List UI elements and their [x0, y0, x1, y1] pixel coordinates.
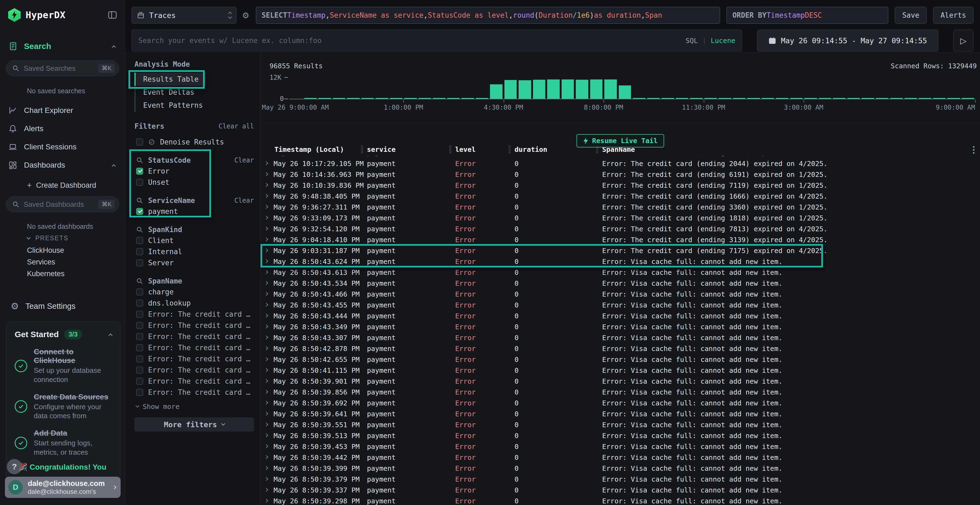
row-expand-icon[interactable]: [264, 455, 268, 459]
row-expand-icon[interactable]: [264, 499, 268, 503]
clear-statuscode-button[interactable]: Clear: [234, 156, 254, 164]
user-menu[interactable]: D dale@clickhouse.com dale@clickhouse.co…: [5, 477, 121, 498]
help-button[interactable]: ?: [7, 459, 22, 474]
table-row[interactable]: May 26 8:50:43.455 PM payment Error 0 Er…: [261, 300, 980, 310]
checkbox-unchecked[interactable]: [136, 389, 143, 396]
row-expand-icon[interactable]: [264, 281, 268, 285]
saved-dashboards-input[interactable]: Saved Dashboards ⌘K: [6, 197, 119, 212]
filter-option[interactable]: Error: The credit card …: [134, 331, 254, 342]
histogram-bar[interactable]: [576, 80, 588, 99]
filter-option[interactable]: Error: [134, 165, 254, 176]
filter-option[interactable]: Error: The credit card …: [134, 320, 254, 331]
table-row[interactable]: May 26 8:50:41.115 PM payment Error 0 Er…: [261, 365, 980, 376]
checkbox-unchecked[interactable]: [136, 322, 143, 329]
checkbox-unchecked[interactable]: [136, 300, 143, 306]
sidebar-item-alerts[interactable]: Alerts: [0, 122, 125, 136]
table-row[interactable]: May 26 9:48:38.405 PM payment Error 0 Er…: [261, 191, 980, 202]
table-row[interactable]: May 26 8:50:39.442 PM payment Error 0 Er…: [261, 452, 980, 463]
filter-option[interactable]: Error: The credit card …: [134, 364, 254, 375]
table-row[interactable]: May 26 8:50:43.466 PM payment Error 0 Er…: [261, 289, 980, 300]
row-expand-icon[interactable]: [264, 183, 268, 187]
table-row[interactable]: May 26 8:50:39.641 PM payment Error 0 Er…: [261, 408, 980, 419]
column-header-level[interactable]: level: [455, 146, 476, 154]
table-row[interactable]: May 26 9:03:31.187 PM payment Error 0 Er…: [261, 245, 980, 256]
get-started-header[interactable]: Get Started 3/3: [15, 329, 112, 339]
source-settings-gear-icon[interactable]: ⚙: [242, 11, 249, 20]
column-header-service[interactable]: service: [367, 146, 396, 154]
column-header-duration[interactable]: duration: [514, 146, 547, 154]
checkbox-unchecked[interactable]: [136, 344, 143, 351]
row-expand-icon[interactable]: [264, 368, 268, 372]
column-resize-handle[interactable]: [509, 146, 511, 153]
clear-servicename-button[interactable]: Clear: [234, 197, 254, 204]
table-row[interactable]: May 26 10:14:36.963 PM payment Error 0 E…: [261, 169, 980, 180]
histogram-bar[interactable]: [519, 80, 531, 99]
row-expand-icon[interactable]: [264, 346, 268, 350]
checkbox-unchecked[interactable]: [136, 288, 143, 295]
table-row[interactable]: May 26 8:50:42.878 PM payment Error 0 Er…: [261, 343, 980, 354]
row-expand-icon[interactable]: [264, 422, 268, 426]
filter-option[interactable]: Error: The credit card …: [134, 353, 254, 364]
resume-live-tail-button[interactable]: Resume Live Tail: [576, 134, 664, 148]
table-row[interactable]: May 26 9:33:09.173 PM payment Error 0 Er…: [261, 213, 980, 223]
column-header-timestamp[interactable]: Timestamp (Local): [274, 146, 344, 154]
table-row[interactable]: May 26 8:50:43.307 PM payment Error 0 Er…: [261, 332, 980, 343]
table-row[interactable]: May 26 10:17:29.105 PM payment Error 0 E…: [261, 158, 980, 169]
table-row[interactable]: May 26 9:04:18.410 PM payment Error 0 Er…: [261, 234, 980, 245]
row-expand-icon[interactable]: [264, 303, 268, 306]
checkbox-unchecked[interactable]: [136, 237, 143, 244]
checkbox-unchecked[interactable]: [136, 311, 143, 318]
presets-section-toggle[interactable]: PRESETS: [27, 235, 68, 242]
table-row[interactable]: May 26 10:17:29.105 PM payment Error 0 E…: [261, 156, 980, 158]
row-expand-icon[interactable]: [264, 172, 268, 176]
alerts-button[interactable]: Alerts: [933, 7, 974, 24]
source-select[interactable]: Traces: [132, 7, 237, 24]
create-dashboard-button[interactable]: + Create Dashboard: [27, 179, 96, 192]
column-resize-handle[interactable]: [449, 146, 451, 153]
mode-results-table[interactable]: Results Table: [134, 73, 206, 86]
mode-event-patterns[interactable]: Event Patterns: [134, 99, 210, 112]
row-expand-icon[interactable]: [264, 477, 268, 481]
histogram-bar[interactable]: [533, 80, 546, 99]
show-more-button[interactable]: Show more: [134, 401, 254, 412]
saved-searches-input[interactable]: Saved Searches ⌘K: [6, 60, 119, 76]
histogram-bar[interactable]: [590, 79, 603, 99]
row-expand-icon[interactable]: [264, 259, 268, 263]
row-expand-icon[interactable]: [264, 314, 268, 318]
checkbox-unchecked[interactable]: [136, 367, 143, 373]
checkbox-unchecked[interactable]: [136, 355, 143, 362]
lang-lucene[interactable]: Lucene: [711, 37, 735, 44]
row-expand-icon[interactable]: [264, 227, 268, 230]
denoise-checkbox[interactable]: [136, 138, 143, 146]
row-expand-icon[interactable]: [264, 390, 268, 394]
filter-option[interactable]: charge: [134, 286, 254, 297]
order-by-input[interactable]: ORDER BY Timestamp DESC: [727, 7, 888, 24]
filter-option[interactable]: Error: The credit card …: [134, 375, 254, 387]
search-icon[interactable]: [136, 226, 143, 233]
table-row[interactable]: May 26 8:50:42.655 PM payment Error 0 Er…: [261, 354, 980, 365]
get-started-step[interactable]: Add Data Start sending logs, metrics, or…: [15, 429, 112, 457]
row-expand-icon[interactable]: [264, 161, 268, 165]
save-button[interactable]: Save: [895, 7, 927, 24]
sidebar-item-kubernetes[interactable]: Kubernetes: [27, 270, 65, 278]
table-row[interactable]: May 26 8:50:39.901 PM payment Error 0 Er…: [261, 376, 980, 387]
event-search-input[interactable]: Search your events w/ Lucene ex. column:…: [132, 30, 742, 51]
row-expand-icon[interactable]: [264, 238, 268, 241]
row-expand-icon[interactable]: [264, 444, 268, 448]
table-row[interactable]: May 26 8:50:39.399 PM payment Error 0 Er…: [261, 463, 980, 474]
filter-option[interactable]: Server: [134, 257, 254, 268]
table-row[interactable]: May 26 9:36:27.311 PM payment Error 0 Er…: [261, 202, 980, 213]
filter-option[interactable]: Error: The credit card …: [134, 342, 254, 353]
denoise-results-toggle[interactable]: Denoise Results: [134, 136, 254, 148]
histogram-bar[interactable]: [490, 84, 503, 99]
row-expand-icon[interactable]: [264, 466, 268, 470]
row-expand-icon[interactable]: [264, 335, 268, 339]
histogram-bar[interactable]: [605, 79, 617, 99]
row-expand-icon[interactable]: [264, 194, 268, 198]
table-row[interactable]: May 26 9:32:54.120 PM payment Error 0 Er…: [261, 223, 980, 234]
sidebar-item-search[interactable]: Search: [0, 40, 125, 53]
table-row[interactable]: May 26 8:50:43.624 PM payment Error 0 Er…: [261, 256, 980, 267]
search-icon[interactable]: [136, 157, 143, 164]
row-expand-icon[interactable]: [264, 216, 268, 219]
search-icon[interactable]: [136, 278, 143, 284]
